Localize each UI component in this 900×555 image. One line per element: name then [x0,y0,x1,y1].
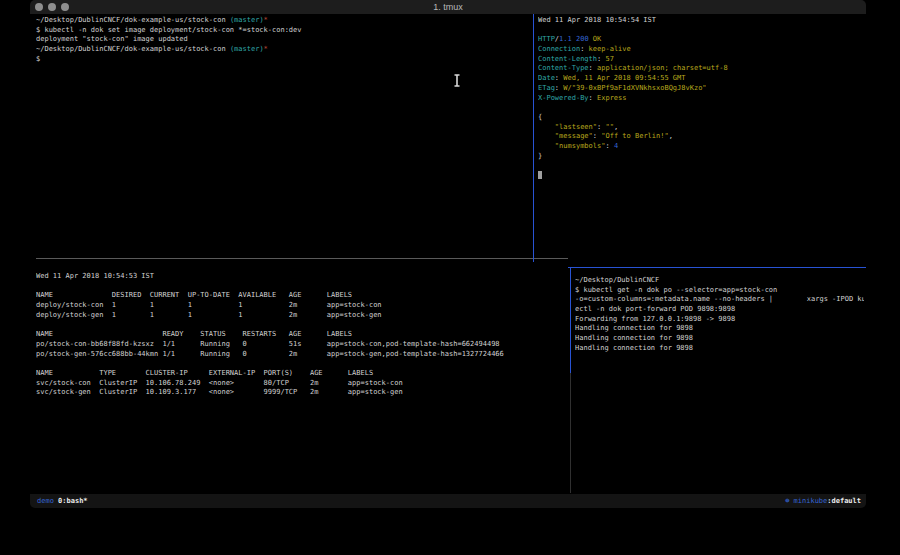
terminal-line: NAME READY STATUS RESTARTS AGE LABELS [36,330,568,340]
terminal-line: Handling connection for 9898 [575,324,864,334]
text-segment: deploy/stock-con 1 1 1 1 2m app=stock-co… [36,301,382,309]
text-segment: "message" [555,132,593,140]
terminal-line: ~/Desktop/DublinCNCF/dok-example-us/stoc… [36,45,531,55]
text-segment: svc/stock-gen ClusterIP 10.109.3.177 <no… [36,388,403,396]
text-segment: } [538,152,542,160]
terminal-line: deployment "stock-con" image updated [36,35,531,45]
terminal-line: po/stock-gen-576cc688bb-44kmn 1/1 Runnin… [36,350,568,360]
text-segment: 4 [614,142,618,150]
text-segment: X-Powered-By [538,94,589,102]
terminal-line: X-Powered-By: Express [538,94,864,104]
text-segment: "lastseen" [555,123,597,131]
text-segment: Date [538,74,555,82]
text-segment [538,142,555,150]
text-segment: ~/Desktop/DublinCNCF [575,276,659,284]
tmux-status-bar: demo 0:bash* ☸ minikube:default [30,494,866,508]
text-segment: po/stock-gen-576cc688bb-44kmn 1/1 Runnin… [36,350,504,358]
tmux-pane-top-left[interactable]: ~/Desktop/DublinCNCF/dok-example-us/stoc… [36,16,531,256]
text-segment: NAME TYPE CLUSTER-IP EXTERNAL-IP PORT(S)… [36,369,373,377]
text-segment: ectl -n dok port-forward POD 9898:9898 [575,305,735,313]
terminal-line: ETag: W/"39-0xBPf9aF1dXVNkhsxoBQgJ8vKzo" [538,84,864,94]
terminal-line: Forwarding from 127.0.0.1:9898 -> 9898 [575,315,864,325]
terminal-line: { [538,113,864,123]
terminal-line: HTTP/1.1 200 OK [538,35,864,45]
text-segment: (master) [230,16,264,24]
status-right: ☸ minikube:default [785,494,861,508]
text-segment: , [669,132,673,140]
text-segment: (master) [230,45,264,53]
text-segment: Forwarding from 127.0.0.1:9898 -> 9898 [575,315,735,323]
terminal-line [538,26,864,36]
desktop-background: { "window": { "title": "1. tmux" }, "col… [0,0,900,555]
terminal-line: "message": "Off to Berlin!", [538,132,864,142]
text-segment: "numsymbols" [555,142,606,150]
text-segment: 57 [605,55,613,63]
text-segment: Handling connection for 9898 [575,334,693,342]
terminal-cursor [538,171,542,179]
text-segment: NAME DESIRED CURRENT UP-TO-DATE AVAILABL… [36,291,352,299]
text-segment: application/json; charset=utf-8 [597,64,728,72]
text-segment: ~/Desktop/DublinCNCF/dok-example-us/stoc… [36,45,230,53]
terminal-line: ~/Desktop/DublinCNCF/dok-example-us/stoc… [36,16,531,26]
window-title: 1. tmux [30,2,866,12]
text-segment: keep-alive [589,45,631,53]
text-segment: ~/Desktop/DublinCNCF/dok-example-us/stoc… [36,16,230,24]
text-segment: "" [605,123,613,131]
text-segment: $ [36,55,40,63]
tmux-pane-bottom-left[interactable]: Wed 11 Apr 2018 10:54:53 IST NAME DESIRE… [36,272,568,492]
text-segment: W/"39-0xBPf9aF1dXVNkhsxoBQgJ8vKzo" [563,84,706,92]
terminal-line: po/stock-con-bb68f88fd-kzsxz 1/1 Running… [36,340,568,350]
text-segment: , [614,123,618,131]
terminal-line: $ [36,55,531,65]
terminal-line: -o=custom-columns=:metadata.name --no-he… [575,295,864,305]
terminal-line [538,161,864,171]
text-segment: : [605,142,613,150]
terminal-line: Wed 11 Apr 2018 10:54:54 IST [538,16,864,26]
pane-divider-horizontal-left[interactable] [36,258,568,259]
terminal-line: deploy/stock-con 1 1 1 1 2m app=stock-co… [36,301,568,311]
text-segment: Handling connection for 9898 [575,324,693,332]
text-segment: * [264,45,268,53]
terminal-line: Wed 11 Apr 2018 10:54:53 IST [36,272,568,282]
terminal-line: NAME DESIRED CURRENT UP-TO-DATE AVAILABL… [36,291,568,301]
text-segment: 200 [576,35,589,43]
text-segment: * [264,16,268,24]
text-segment: "Off to Berlin!" [601,132,668,140]
text-segment: $ kubectl -n dok set image deployment/st… [36,26,302,34]
pane-divider-horizontal-right-active[interactable] [568,267,866,268]
status-left: demo 0:bash* [37,494,88,508]
terminal-line [36,282,568,292]
text-segment: Wed 11 Apr 2018 10:54:54 IST [538,16,656,24]
text-segment: HTTP [538,35,555,43]
text-segment: deploy/stock-gen 1 1 1 1 2m app=stock-ge… [36,311,382,319]
tmux-pane-top-right[interactable]: Wed 11 Apr 2018 10:54:54 IST HTTP/1.1 20… [538,16,864,260]
text-segment: : [593,132,601,140]
text-segment: Content-Length [538,55,597,63]
terminal-line: ectl -n dok port-forward POD 9898:9898 [575,305,864,315]
text-segment: : [589,94,597,102]
text-segment: $ kubectl get -n dok po --selector=app=s… [575,286,777,294]
terminal-line: Content-Length: 57 [538,55,864,65]
tmux-window-item[interactable]: 0:bash* [58,497,88,505]
text-segment: Handling connection for 9898 [575,344,693,352]
text-segment: Wed, 11 Apr 2018 09:54:55 GMT [563,74,685,82]
terminal-line: svc/stock-gen ClusterIP 10.109.3.177 <no… [36,388,568,398]
terminal-line [36,320,568,330]
text-segment: po/stock-con-bb68f88fd-kzsxz 1/1 Running… [36,340,500,348]
tmux-pane-bottom-right[interactable]: ~/Desktop/DublinCNCF$ kubectl get -n dok… [575,276,864,492]
terminal-line: Connection: keep-alive [538,45,864,55]
pane-divider-vertical-bottom-active-segment[interactable] [570,267,571,373]
pane-divider-vertical-top-active[interactable] [533,14,534,262]
text-segment: Content-Type [538,64,589,72]
terminal-line: "numsymbols": 4 [538,142,864,152]
terminal-line: } [538,152,864,162]
text-segment: 1.1 [559,35,572,43]
text-segment [538,132,555,140]
text-segment: { [538,113,542,121]
pane-divider-vertical-bottom[interactable] [570,373,571,493]
terminal-line: Content-Type: application/json; charset=… [538,64,864,74]
window-titlebar[interactable]: 1. tmux [30,0,866,14]
kubernetes-wheel-icon: ☸ [785,497,793,505]
terminal-line: Date: Wed, 11 Apr 2018 09:54:55 GMT [538,74,864,84]
terminal-line: $ kubectl -n dok set image deployment/st… [36,26,531,36]
